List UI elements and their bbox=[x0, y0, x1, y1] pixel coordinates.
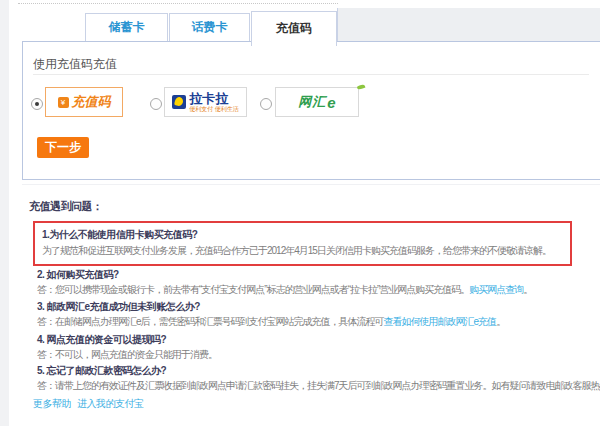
lakala-slogan: 便利支付 便利生活 bbox=[189, 106, 239, 112]
more-help-link[interactable]: 更多帮助 bbox=[33, 398, 71, 409]
tab-phone-card[interactable]: 话费卡 bbox=[169, 13, 250, 41]
tab-recharge-code[interactable]: 充值码 bbox=[251, 11, 337, 46]
option-lakala-logo[interactable]: 拉卡拉 便利支付 便利生活 bbox=[164, 87, 247, 117]
faq-answer-1: 为了规范和促进互联网支付业务发展，充值码合作方已于2012年4月15日关闭信用卡… bbox=[42, 244, 551, 258]
how-to-use-wanghui-e-link[interactable]: 查看如何使用邮政网汇e充值 bbox=[384, 316, 497, 327]
faq-answer-3-suffix: 。 bbox=[496, 316, 505, 327]
radio-wanghui-e[interactable] bbox=[260, 98, 272, 110]
faq-item-1-highlight-box: 1.为什么不能使用信用卡购买充值码? 为了规范和促进互联网支付业务发展，充值码合… bbox=[33, 221, 572, 266]
faq-answer-4: 答：不可以，网点充值的资金只能用于消费。 bbox=[37, 348, 217, 362]
faq-question-5: 5. 忘记了邮政汇款密码怎么办? bbox=[37, 364, 166, 378]
faq-question-1: 1.为什么不能使用信用卡购买充值码? bbox=[42, 228, 197, 242]
lakala-icon bbox=[172, 95, 186, 109]
faq-answer-2-text: 答：您可以携带现金或银行卡，前去带有“支付宝支付网点”标志的营业网点或者“拉卡拉… bbox=[37, 284, 469, 295]
section-divider bbox=[33, 74, 589, 75]
wanghui-logo-text: 网汇 bbox=[298, 93, 326, 111]
faq-question-4: 4. 网点充值的资金可以提现吗? bbox=[37, 333, 166, 347]
faq-header: 充值遇到问题： bbox=[29, 199, 103, 214]
faq-answer-3-text: 答：在邮储网点办理网汇e后，需凭密码和汇票号码到支付宝网站完成充值，具体流程可 bbox=[37, 316, 384, 327]
panel-bottom-shadow bbox=[22, 184, 600, 185]
radio-lakala[interactable] bbox=[150, 98, 162, 110]
next-step-button[interactable]: 下一步 bbox=[37, 137, 89, 158]
radio-selected-dot bbox=[35, 102, 39, 106]
faq-footer-links: 更多帮助进入我的支付宝 bbox=[33, 397, 150, 411]
chongzhima-logo-text: 充值码 bbox=[72, 93, 111, 111]
faq-answer-3: 答：在邮储网点办理网汇e后，需凭密码和汇票号码到支付宝网站完成充值，具体流程可查… bbox=[37, 315, 505, 329]
page-left-margin bbox=[0, 0, 9, 426]
option-wanghui-e-logo[interactable]: 网汇 e bbox=[275, 87, 359, 117]
option-chongzhima-logo[interactable]: ¥ 充值码 bbox=[45, 87, 123, 117]
recharge-page: 储蓄卡 话费卡 充值码 使用充值码充值 ¥ 充值码 拉卡拉 便利支付 便利生活 … bbox=[0, 0, 600, 426]
tab-debit-card[interactable]: 储蓄卡 bbox=[85, 13, 168, 41]
section-title: 使用充值码充值 bbox=[33, 56, 117, 73]
lakala-logo-text: 拉卡拉 bbox=[189, 92, 228, 105]
top-dotted-divider bbox=[18, 3, 338, 4]
buy-outlet-query-link[interactable]: 购买网点查询 bbox=[469, 284, 523, 295]
chongzhima-coin-icon: ¥ bbox=[58, 97, 69, 108]
go-to-my-alipay-link[interactable]: 进入我的支付宝 bbox=[77, 398, 144, 409]
faq-answer-5: 答：请带上您的有效证件及汇票收据到邮政网点申请汇款密码挂失，挂失满7天后可到邮政… bbox=[37, 379, 600, 393]
faq-answer-2-suffix: 。 bbox=[523, 284, 532, 295]
faq-question-2: 2. 如何购买充值码? bbox=[37, 268, 119, 282]
radio-chongzhima[interactable] bbox=[31, 98, 43, 110]
tabstrip-background bbox=[337, 8, 600, 41]
faq-question-3: 3. 邮政网汇e充值成功但未到账怎么办? bbox=[37, 300, 200, 314]
faq-answer-2: 答：您可以携带现金或银行卡，前去带有“支付宝支付网点”标志的营业网点或者“拉卡拉… bbox=[37, 283, 532, 297]
wanghui-e-glyph: e bbox=[327, 94, 335, 111]
